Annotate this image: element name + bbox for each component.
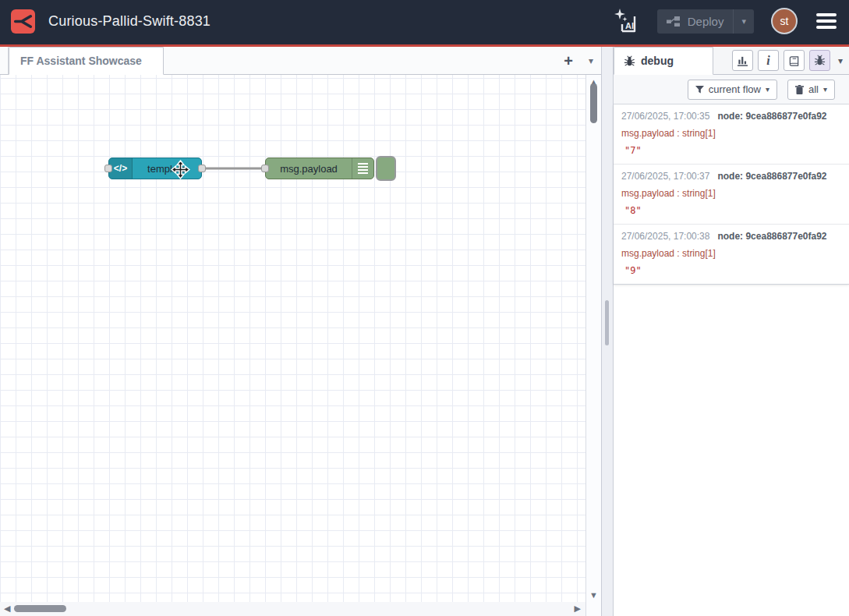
debug-clear-dropdown[interactable]: all ▾ [787,80,835,100]
debug-filter-dropdown[interactable]: current flow ▾ [688,80,777,100]
info-icon: i [766,54,769,68]
deploy-label: Deploy [688,15,724,28]
message-property[interactable]: msg.payload : string[1] [621,248,841,259]
flow-tab-label: FF Assistant Showcase [20,55,142,67]
sidebar-panel-buttons: i ▾ [732,50,843,71]
header-actions: AI Deploy ▾ st [612,7,838,35]
message-timestamp: 27/06/2025, 17:00:38 [621,231,709,242]
debug-toolbar: current flow ▾ all ▾ [614,75,849,104]
help-panel-button[interactable] [784,50,805,71]
trash-icon [795,85,804,94]
app-title: Curious-Pallid-Swift-8831 [48,13,210,30]
move-cursor-icon [171,160,190,182]
tabbar-actions: + ▾ [564,47,593,74]
debug-enable-toggle-button[interactable] [376,156,396,181]
main-menu-button[interactable] [815,10,838,32]
node-wire [0,75,585,602]
bug-icon [814,55,826,66]
message-property[interactable]: msg.payload : string[1] [621,128,841,139]
workspace: FF Assistant Showcase + ▾ </> template [0,47,601,616]
ai-sparkle-icon: AI [612,7,640,35]
filter-funnel-icon [695,86,704,94]
debug-panel-button[interactable] [809,50,830,71]
user-avatar[interactable]: st [771,8,798,34]
message-node-id: node: 9cea886877e0fa92 [717,171,826,182]
message-value: "7" [621,145,841,156]
sidebar-tabbar: debug i [614,47,849,75]
deploy-options-caret[interactable]: ▾ [733,9,754,34]
dashboard-panel-button[interactable] [732,50,753,71]
ai-assistant-button[interactable]: AI [612,7,640,35]
caret-down-icon: ▾ [741,16,746,27]
debug-message-list: 27/06/2025, 17:00:35node: 9cea886877e0fa… [614,104,849,285]
sidebar-splitter[interactable] [601,47,614,616]
template-code-icon: </> [109,158,133,179]
message-value: "8" [621,205,841,216]
filter-label: current flow [709,83,761,95]
scroll-left-arrow-icon[interactable]: ◀ [4,604,10,614]
deploy-button[interactable]: Deploy ▾ [657,9,754,34]
clear-label: all [808,83,819,95]
flowfuse-logo-icon[interactable] [11,9,35,34]
sidebar-tab-debug[interactable]: debug [614,47,713,75]
flow-tabbar: FF Assistant Showcase + ▾ [0,47,601,75]
debug-message[interactable]: 27/06/2025, 17:00:38node: 9cea886877e0fa… [614,225,849,284]
horizontal-scroll-thumb[interactable] [14,605,66,612]
tabbar-left-edge [0,47,9,74]
template-output-port[interactable] [198,165,206,172]
sidebar-tab-label: debug [641,55,674,67]
bug-icon [624,55,635,67]
bar-chart-icon [737,55,748,66]
flow-canvas[interactable]: </> template msg.payload [0,75,585,602]
svg-text:AI: AI [625,21,634,30]
scroll-right-arrow-icon[interactable]: ▶ [575,604,581,614]
message-property[interactable]: msg.payload : string[1] [621,188,841,199]
node-red-editor: Curious-Pallid-Swift-8831 AI Dep [0,0,849,616]
flow-list-caret-button[interactable]: ▾ [589,55,593,66]
message-value: "9" [621,265,841,276]
debug-message[interactable]: 27/06/2025, 17:00:37node: 9cea886877e0fa… [614,165,849,225]
canvas-horizontal-scrollbar[interactable]: ◀ ▶ [0,602,585,616]
header: Curious-Pallid-Swift-8831 AI Dep [0,0,849,47]
debug-node[interactable]: msg.payload [265,158,374,179]
flow-tab-ff-assistant-showcase[interactable]: FF Assistant Showcase [9,47,164,75]
splitter-drag-handle[interactable] [605,300,609,345]
sidebar: debug i [614,47,849,616]
info-panel-button[interactable]: i [758,50,779,71]
debug-message[interactable]: 27/06/2025, 17:00:35node: 9cea886877e0fa… [614,104,849,165]
scroll-down-arrow-icon[interactable]: ▼ [586,590,601,600]
message-timestamp: 27/06/2025, 17:00:37 [621,171,709,182]
caret-down-icon: ▾ [766,85,769,94]
debug-input-port[interactable] [261,165,269,172]
logo-glyph-icon [13,12,33,31]
message-timestamp: 27/06/2025, 17:00:35 [621,111,709,122]
deploy-icon [667,16,680,27]
message-node-id: node: 9cea886877e0fa92 [717,231,826,242]
caret-down-icon: ▾ [823,85,827,94]
template-node-label: template [133,158,201,179]
debug-list-icon [352,158,373,179]
canvas-vertical-scrollbar[interactable]: ▲ ▼ [585,75,601,616]
book-icon [788,55,800,66]
sidebar-options-caret-button[interactable]: ▾ [838,55,843,66]
avatar-initials: st [780,15,789,27]
debug-node-label: msg.payload [266,158,352,179]
canvas-wrap: </> template msg.payload [0,75,601,616]
hamburger-icon [816,13,837,16]
vertical-scroll-thumb[interactable] [590,83,597,123]
add-flow-button[interactable]: + [564,53,573,69]
template-input-port[interactable] [104,165,112,172]
message-node-id: node: 9cea886877e0fa92 [717,111,826,122]
